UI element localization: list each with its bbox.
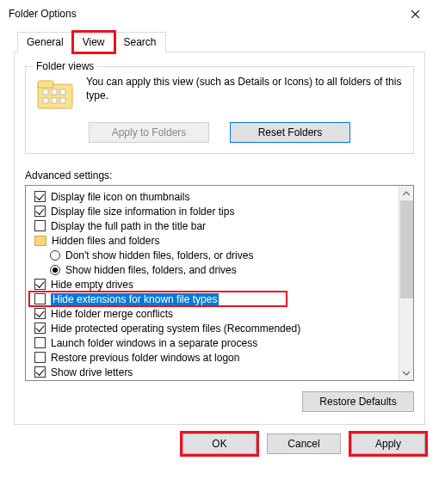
list-item[interactable]: Show hidden files, folders, and drives	[29, 262, 399, 277]
list-item[interactable]: Hide empty drives	[29, 277, 399, 292]
list-item-label: Hide extensions for known file types	[51, 293, 219, 305]
checkbox[interactable]	[34, 352, 46, 363]
folder-options-window: Folder Options General View Search Folde…	[0, 0, 439, 504]
reset-folders-button[interactable]: Reset Folders	[230, 122, 350, 143]
dialog-buttons: OK Cancel Apply	[14, 433, 425, 454]
svg-rect-7	[60, 98, 65, 103]
checkbox[interactable]	[34, 220, 46, 231]
tab-view[interactable]: View	[73, 32, 114, 52]
list-item-label: Restore previous folder windows at logon	[51, 352, 239, 364]
list-item[interactable]: Show drive letters	[29, 365, 399, 379]
list-item-label: Hide protected operating system files (R…	[51, 323, 300, 335]
cancel-button[interactable]: Cancel	[267, 433, 341, 454]
scroll-down-button[interactable]	[399, 366, 414, 380]
list-item[interactable]: Don't show hidden files, folders, or dri…	[29, 248, 399, 262]
list-item-label: Hide empty drives	[51, 279, 133, 291]
restore-defaults-button[interactable]: Restore Defaults	[302, 391, 414, 412]
list-item[interactable]: Display file size information in folder …	[29, 204, 399, 218]
apply-to-folders-button: Apply to Folders	[89, 122, 209, 143]
checkbox[interactable]	[34, 337, 46, 348]
scroll-up-button[interactable]	[399, 186, 414, 200]
list-item[interactable]: Hide folder merge conflicts	[29, 306, 399, 321]
ok-button[interactable]: OK	[182, 433, 257, 454]
list-item-label: Don't show hidden files, folders, or dri…	[65, 249, 253, 261]
list-item-label: Launch folder windows in a separate proc…	[51, 337, 257, 349]
tab-bar: General View Search	[17, 32, 425, 52]
folder-views-icon	[34, 76, 76, 114]
chevron-up-icon	[403, 191, 410, 196]
close-icon	[411, 9, 420, 19]
view-panel: Folder views	[14, 52, 425, 425]
folder-icon	[34, 236, 46, 246]
list-item[interactable]: Hide extensions for known file types	[29, 292, 287, 306]
apply-button[interactable]: Apply	[351, 433, 425, 454]
list-item-label: Display the full path in the title bar	[51, 220, 206, 232]
tab-search[interactable]: Search	[114, 32, 166, 52]
folder-views-text: You can apply this view (such as Details…	[86, 76, 405, 102]
list-item-label: Display file icon on thumbnails	[51, 191, 189, 203]
list-item-label: Hide folder merge conflicts	[51, 308, 173, 320]
checkbox[interactable]	[34, 308, 46, 319]
advanced-settings-list[interactable]: Display file icon on thumbnailsDisplay f…	[25, 185, 414, 381]
list-item[interactable]: Hide protected operating system files (R…	[29, 321, 399, 335]
tab-general[interactable]: General	[17, 32, 73, 52]
svg-rect-6	[52, 98, 57, 103]
advanced-settings-label: Advanced settings:	[25, 169, 414, 181]
checkbox[interactable]	[34, 206, 46, 217]
svg-rect-1	[38, 81, 53, 88]
svg-rect-2	[43, 89, 48, 95]
chevron-down-icon	[403, 371, 410, 376]
checkbox[interactable]	[34, 323, 46, 334]
close-button[interactable]	[398, 2, 432, 26]
window-title: Folder Options	[9, 8, 77, 20]
list-item-label: Hidden files and folders	[52, 235, 159, 247]
list-item-label: Display file size information in folder …	[51, 206, 234, 218]
radio[interactable]	[50, 250, 60, 261]
checkbox[interactable]	[34, 191, 46, 202]
svg-rect-3	[52, 89, 57, 95]
svg-rect-5	[43, 98, 48, 103]
folder-views-title: Folder views	[33, 60, 97, 72]
list-item-label: Show hidden files, folders, and drives	[65, 264, 237, 276]
scroll-thumb[interactable]	[400, 200, 413, 298]
radio[interactable]	[50, 265, 60, 275]
list-item[interactable]: Restore previous folder windows at logon	[29, 350, 399, 365]
svg-rect-4	[60, 89, 65, 95]
list-item[interactable]: Display the full path in the title bar	[29, 218, 399, 233]
list-item[interactable]: Display file icon on thumbnails	[29, 189, 399, 204]
checkbox[interactable]	[34, 293, 46, 304]
titlebar: Folder Options	[0, 0, 439, 28]
checkbox[interactable]	[34, 279, 46, 290]
scrollbar[interactable]	[399, 186, 413, 380]
list-item-label: Show drive letters	[51, 366, 133, 378]
checkbox[interactable]	[34, 366, 46, 378]
dialog-content: General View Search Folder views	[0, 28, 439, 466]
list-item[interactable]: Launch folder windows in a separate proc…	[29, 335, 399, 350]
folder-views-group: Folder views	[25, 66, 414, 154]
list-item[interactable]: Hidden files and folders	[29, 233, 399, 248]
